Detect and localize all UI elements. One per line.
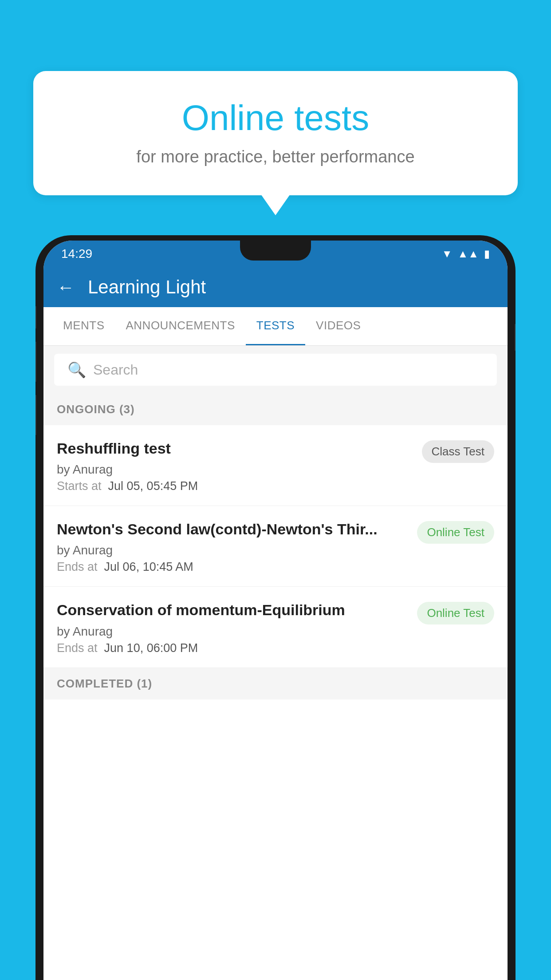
search-container: 🔍 Search — [43, 346, 508, 394]
app-bar-title: Learning Light — [88, 277, 206, 298]
test-name: Conservation of momentum-Equilibrium — [57, 600, 408, 620]
test-time-value: Jul 05, 05:45 PM — [108, 479, 198, 493]
test-name: Reshuffling test — [57, 439, 413, 458]
test-badge: Class Test — [422, 440, 494, 463]
wifi-icon: ▼ — [442, 248, 453, 260]
status-time: 14:29 — [61, 247, 92, 261]
search-icon: 🔍 — [67, 361, 86, 379]
bubble-title: Online tests — [69, 98, 482, 138]
volume-up-button — [35, 342, 36, 382]
bubble-subtitle: for more practice, better performance — [69, 147, 482, 166]
test-list: Reshuffling test by Anurag Starts at Jul… — [43, 425, 508, 668]
volume-down-button — [35, 395, 36, 435]
tabs-container: MENTS ANNOUNCEMENTS TESTS VIDEOS — [43, 307, 508, 346]
phone-screen: 14:29 ▼ ▲▲ ▮ ← Learning Light MENTS ANNO… — [43, 241, 508, 980]
speech-bubble: Online tests for more practice, better p… — [33, 71, 518, 195]
test-time: Ends at Jun 10, 06:00 PM — [57, 641, 408, 655]
test-time-value: Jun 10, 06:00 PM — [104, 641, 198, 655]
test-by: by Anurag — [57, 462, 413, 477]
search-placeholder: Search — [93, 362, 138, 378]
test-item[interactable]: Reshuffling test by Anurag Starts at Jul… — [43, 425, 508, 506]
test-by: by Anurag — [57, 624, 408, 639]
test-info: Reshuffling test by Anurag Starts at Jul… — [57, 439, 422, 493]
test-info: Conservation of momentum-Equilibrium by … — [57, 600, 417, 655]
test-time: Starts at Jul 05, 05:45 PM — [57, 479, 413, 493]
tab-announcements[interactable]: ANNOUNCEMENTS — [115, 307, 246, 345]
power-button — [515, 324, 516, 351]
test-info: Newton's Second law(contd)-Newton's Thir… — [57, 519, 417, 574]
volume-silent-button — [35, 306, 36, 328]
tab-ments[interactable]: MENTS — [52, 307, 115, 345]
notch — [240, 241, 311, 261]
search-input[interactable]: 🔍 Search — [54, 354, 497, 386]
ongoing-section-header: ONGOING (3) — [43, 394, 508, 425]
test-time-label: Ends at — [57, 641, 98, 655]
back-button[interactable]: ← — [57, 277, 75, 297]
test-time: Ends at Jul 06, 10:45 AM — [57, 560, 408, 574]
test-item[interactable]: Conservation of momentum-Equilibrium by … — [43, 587, 508, 668]
test-time-label: Starts at — [57, 479, 102, 493]
signal-icon: ▲▲ — [457, 248, 479, 260]
test-time-label: Ends at — [57, 560, 98, 573]
test-item[interactable]: Newton's Second law(contd)-Newton's Thir… — [43, 506, 508, 587]
phone-container: 14:29 ▼ ▲▲ ▮ ← Learning Light MENTS ANNO… — [35, 235, 516, 980]
phone-frame: 14:29 ▼ ▲▲ ▮ ← Learning Light MENTS ANNO… — [35, 235, 516, 980]
tab-videos[interactable]: VIDEOS — [305, 307, 371, 345]
test-badge: Online Test — [417, 602, 494, 624]
status-icons: ▼ ▲▲ ▮ — [442, 248, 490, 260]
battery-icon: ▮ — [484, 248, 490, 260]
test-time-value: Jul 06, 10:45 AM — [104, 560, 193, 573]
test-badge: Online Test — [417, 521, 494, 544]
status-bar: 14:29 ▼ ▲▲ ▮ — [43, 241, 508, 267]
test-name: Newton's Second law(contd)-Newton's Thir… — [57, 519, 408, 539]
completed-section-header: COMPLETED (1) — [43, 668, 508, 699]
app-bar: ← Learning Light — [43, 267, 508, 307]
speech-bubble-section: Online tests for more practice, better p… — [33, 71, 518, 195]
test-by: by Anurag — [57, 543, 408, 557]
tab-tests[interactable]: TESTS — [246, 307, 305, 345]
